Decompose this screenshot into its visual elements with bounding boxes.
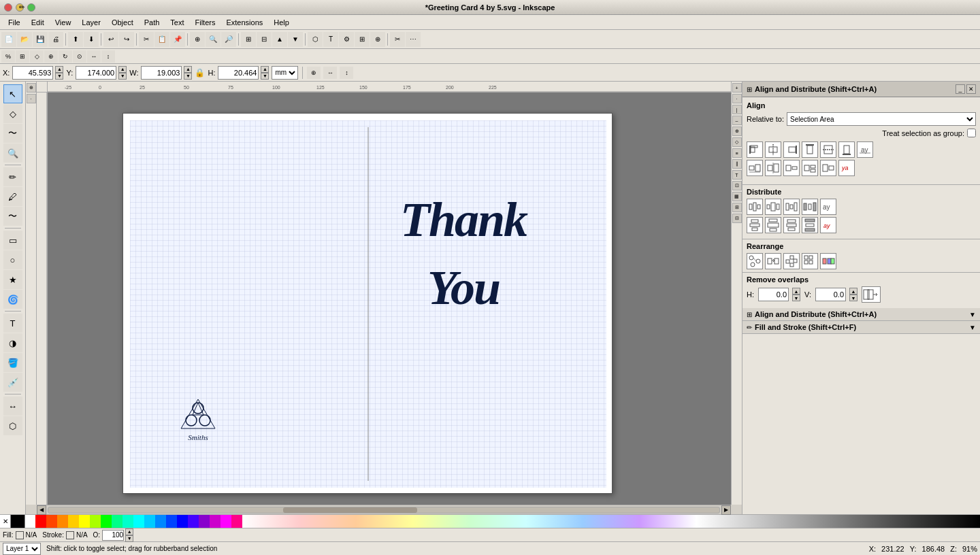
scroll-left-btn[interactable]: ◀	[37, 505, 46, 515]
selector-tool[interactable]: ↖	[3, 84, 22, 103]
color-pure-blue-swatch[interactable]	[177, 515, 188, 528]
menu-edit[interactable]: Edit	[26, 17, 50, 28]
h-spin-up[interactable]: ▲	[261, 66, 269, 73]
menu-path[interactable]: Path	[139, 17, 165, 28]
w-input[interactable]	[141, 66, 182, 80]
zoom-in-button[interactable]: 🔍	[206, 32, 220, 47]
menu-help[interactable]: Help	[268, 17, 295, 28]
open-button[interactable]: 📂	[17, 32, 32, 47]
align-right-edges-btn[interactable]	[783, 141, 800, 158]
dist-gap-h-btn[interactable]	[802, 199, 818, 215]
x-input[interactable]	[12, 66, 53, 80]
rearrange-color-btn[interactable]	[820, 253, 836, 269]
align-center-vertical-btn[interactable]	[765, 141, 781, 158]
xml-editor[interactable]: ✂	[390, 32, 405, 47]
transform-flip-v[interactable]: ↕	[340, 67, 353, 79]
zoom-fit-button[interactable]: ⊕	[190, 32, 205, 47]
v-overlap-spin[interactable]: ▲ ▼	[849, 288, 858, 301]
redo-button[interactable]: ↪	[119, 32, 134, 47]
menu-file[interactable]: File	[3, 17, 26, 28]
opacity-spin[interactable]: ▲ ▼	[125, 528, 133, 542]
opacity-input[interactable]	[102, 530, 124, 541]
x-spin[interactable]: ▲ ▼	[55, 66, 63, 80]
transform-flip-h[interactable]: ↔	[323, 67, 337, 79]
fill-stroke-collapsed[interactable]: ✏ Fill and Stroke (Shift+Ctrl+F) ▼	[742, 321, 980, 334]
x-spin-up[interactable]: ▲	[55, 66, 63, 73]
text-tool-left[interactable]: T	[3, 314, 22, 333]
y-input[interactable]	[76, 66, 116, 80]
color-yellow-green-swatch[interactable]	[90, 515, 101, 528]
y-spin-up[interactable]: ▲	[118, 66, 127, 73]
flip-h[interactable]: ↔	[87, 50, 101, 63]
calligraphy-tool[interactable]: 〜	[3, 207, 22, 226]
align-distribute-collapsed[interactable]: ⊞ Align and Distribute (Shift+Ctrl+A) ▼	[742, 308, 980, 321]
dist-center-h-btn[interactable]	[765, 199, 781, 215]
relative-to-select[interactable]: Selection Area Last selected First selec…	[787, 112, 976, 126]
paste-button[interactable]: 📌	[170, 32, 185, 47]
w-spin-up[interactable]: ▲	[184, 66, 192, 73]
layer-select[interactable]: Layer 1	[3, 543, 41, 555]
spiral-tool[interactable]: 🌀	[3, 290, 22, 309]
color-bright-yellow-swatch[interactable]	[79, 515, 90, 528]
text-tool[interactable]: T	[323, 32, 338, 47]
dist-text-btn[interactable]: ay	[820, 199, 836, 215]
snap-bbox[interactable]: ⊞	[16, 50, 29, 63]
align-panel-arrow[interactable]: ▼	[969, 311, 976, 318]
bezier-tool[interactable]: 🖊	[3, 187, 22, 206]
menu-filters[interactable]: Filters	[190, 17, 221, 28]
snap-right-6[interactable]: ◇	[732, 137, 742, 147]
snap-guide[interactable]: ⊕	[44, 50, 58, 63]
import-button[interactable]: ⬆	[68, 32, 83, 47]
gradient-tool[interactable]: ◑	[3, 333, 22, 352]
snap-right-12[interactable]: ⊞	[732, 203, 742, 212]
align-anchor-1[interactable]	[747, 160, 763, 176]
menu-extensions[interactable]: Extensions	[220, 17, 268, 28]
snap-left-1[interactable]: ⊕	[27, 83, 36, 92]
pencil-tool[interactable]: ✏	[3, 167, 22, 186]
dist-left-btn[interactable]	[747, 199, 763, 215]
node-editor[interactable]: ⬡	[308, 32, 323, 47]
color-magenta-swatch[interactable]	[210, 515, 220, 528]
w-spin[interactable]: ▲ ▼	[184, 66, 192, 80]
dist-top-btn[interactable]	[747, 217, 763, 233]
snap-right-1[interactable]: +	[732, 83, 742, 92]
flip-v[interactable]: ↕	[101, 50, 115, 63]
rearrange-grid-btn[interactable]	[802, 253, 818, 269]
h-overlap-input[interactable]	[758, 288, 789, 301]
v-overlap-input[interactable]	[815, 288, 846, 301]
h-overlap-spin[interactable]: ▲ ▼	[792, 288, 800, 301]
color-green-swatch[interactable]	[101, 515, 112, 528]
align-top-edges-btn[interactable]	[802, 141, 818, 158]
rect-tool[interactable]: ▭	[3, 231, 22, 250]
h-scrollbar[interactable]: ◀ ▶	[37, 505, 731, 514]
rearrange-random-btn[interactable]	[747, 253, 763, 269]
h-scroll-thumb[interactable]	[283, 507, 417, 513]
color-black-swatch[interactable]	[11, 515, 24, 528]
color-dark-blue-swatch[interactable]	[166, 515, 177, 528]
dist-baseline-btn[interactable]: ay	[820, 217, 836, 233]
rearrange-exchange-btn[interactable]	[765, 253, 781, 269]
tweak-tool[interactable]: 〜	[3, 124, 22, 143]
menu-view[interactable]: View	[50, 17, 77, 28]
color-yellow-swatch[interactable]	[68, 515, 79, 528]
snap-right-3[interactable]: |	[732, 105, 742, 114]
zoom-out-button[interactable]: 🔎	[221, 32, 236, 47]
h-spin-down[interactable]: ▼	[261, 73, 269, 80]
color-white-swatch[interactable]	[24, 515, 35, 528]
raise-button[interactable]: ▲	[272, 32, 287, 47]
3d-box-tool[interactable]: ⬡	[3, 416, 22, 435]
v-overlap-up[interactable]: ▲	[849, 288, 858, 295]
x-spin-down[interactable]: ▼	[55, 73, 63, 80]
color-indigo-swatch[interactable]	[188, 515, 199, 528]
menu-text[interactable]: Text	[165, 17, 189, 28]
align-btn[interactable]: ⊞	[355, 32, 370, 47]
snap-toggle[interactable]: %	[1, 50, 15, 63]
more-tools[interactable]: ⋯	[406, 32, 421, 47]
snap-right-13[interactable]: ⊟	[732, 214, 742, 223]
y-spin-down[interactable]: ▼	[118, 73, 127, 80]
h-scroll-track[interactable]	[48, 507, 720, 514]
save-button[interactable]: 💾	[33, 32, 48, 47]
rearrange-unclump-btn[interactable]	[783, 253, 800, 269]
dist-right-btn[interactable]	[783, 199, 800, 215]
color-fuchsia-swatch[interactable]	[220, 515, 231, 528]
